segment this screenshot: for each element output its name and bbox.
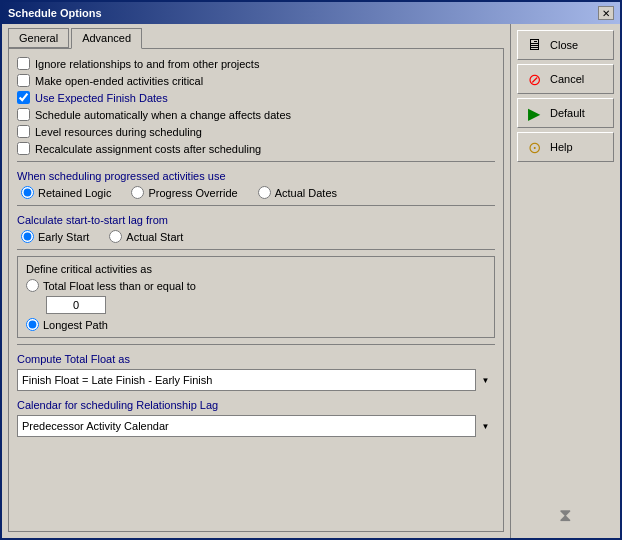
scheduling-section-label: When scheduling progressed activities us…: [17, 170, 495, 182]
checkbox-level-resources: Level resources during scheduling: [17, 125, 495, 138]
checkbox-make-open-ended-input[interactable]: [17, 74, 30, 87]
separator-3: [17, 249, 495, 250]
lag-section-label: Calculate start-to-start lag from: [17, 214, 495, 226]
tab-bar: General Advanced: [2, 24, 510, 48]
checkbox-recalculate-assignment-input[interactable]: [17, 142, 30, 155]
checkbox-recalculate-assignment: Recalculate assignment costs after sched…: [17, 142, 495, 155]
radio-longest-path-input[interactable]: [26, 318, 39, 331]
radio-actual-dates-input[interactable]: [258, 186, 271, 199]
close-icon: 🖥: [524, 35, 544, 55]
checkbox-ignore-relationships: Ignore relationships to and from other p…: [17, 57, 495, 70]
tab-general[interactable]: General: [8, 28, 69, 48]
cancel-button[interactable]: ⊘ Cancel: [517, 64, 614, 94]
cancel-button-label: Cancel: [550, 73, 584, 85]
calendar-section-label: Calendar for scheduling Relationship Lag: [17, 399, 495, 411]
schedule-options-window: Schedule Options ✕ General Advanced Igno…: [0, 0, 622, 540]
radio-actual-dates: Actual Dates: [258, 186, 337, 199]
radio-early-start-input[interactable]: [21, 230, 34, 243]
radio-total-float-input[interactable]: [26, 279, 39, 292]
default-button[interactable]: ▶ Default: [517, 98, 614, 128]
compute-dropdown-wrapper: Finish Float = Late Finish - Early Finis…: [17, 369, 495, 391]
radio-progress-override: Progress Override: [131, 186, 237, 199]
help-button[interactable]: ⊙ Help: [517, 132, 614, 162]
checkbox-make-open-ended: Make open-ended activities critical: [17, 74, 495, 87]
tab-content-advanced: Ignore relationships to and from other p…: [8, 48, 504, 532]
radio-early-start: Early Start: [21, 230, 89, 243]
critical-section-label: Define critical activities as: [26, 263, 486, 275]
lag-radio-group: Early Start Actual Start: [17, 230, 495, 243]
main-panel: General Advanced Ignore relationships to…: [2, 24, 510, 538]
help-icon: ⊙: [524, 137, 544, 157]
sidebar-buttons: 🖥 Close ⊘ Cancel ▶ Default ⊙ Help ⧗: [510, 24, 620, 538]
help-button-label: Help: [550, 141, 573, 153]
radio-retained-logic-input[interactable]: [21, 186, 34, 199]
float-value-input[interactable]: [46, 296, 106, 314]
hourglass-icon: ⧗: [517, 499, 614, 532]
tab-advanced[interactable]: Advanced: [71, 28, 142, 49]
cancel-icon: ⊘: [524, 69, 544, 89]
radio-retained-logic: Retained Logic: [21, 186, 111, 199]
checkbox-use-expected-finish-input[interactable]: [17, 91, 30, 104]
compute-section-label: Compute Total Float as: [17, 353, 495, 365]
separator-2: [17, 205, 495, 206]
radio-actual-start-input[interactable]: [109, 230, 122, 243]
radio-total-float: Total Float less than or equal to: [26, 279, 486, 292]
default-icon: ▶: [524, 103, 544, 123]
content-area: General Advanced Ignore relationships to…: [2, 24, 620, 538]
checkbox-use-expected-finish: Use Expected Finish Dates: [17, 91, 495, 104]
title-bar-close-button[interactable]: ✕: [598, 6, 614, 20]
calendar-dropdown[interactable]: Predecessor Activity CalendarSuccessor A…: [17, 415, 495, 437]
default-button-label: Default: [550, 107, 585, 119]
checkbox-level-resources-input[interactable]: [17, 125, 30, 138]
calendar-dropdown-wrapper: Predecessor Activity CalendarSuccessor A…: [17, 415, 495, 437]
window-title: Schedule Options: [8, 7, 102, 19]
checkbox-ignore-relationships-input[interactable]: [17, 57, 30, 70]
radio-longest-path: Longest Path: [26, 318, 486, 331]
compute-total-float-dropdown[interactable]: Finish Float = Late Finish - Early Finis…: [17, 369, 495, 391]
close-button[interactable]: 🖥 Close: [517, 30, 614, 60]
separator-4: [17, 344, 495, 345]
checkbox-schedule-automatically-input[interactable]: [17, 108, 30, 121]
checkbox-schedule-automatically: Schedule automatically when a change aff…: [17, 108, 495, 121]
close-button-label: Close: [550, 39, 578, 51]
radio-progress-override-input[interactable]: [131, 186, 144, 199]
scheduling-radio-group: Retained Logic Progress Override Actual …: [17, 186, 495, 199]
title-bar: Schedule Options ✕: [2, 2, 620, 24]
critical-section: Define critical activities as Total Floa…: [17, 256, 495, 338]
radio-actual-start: Actual Start: [109, 230, 183, 243]
separator-1: [17, 161, 495, 162]
